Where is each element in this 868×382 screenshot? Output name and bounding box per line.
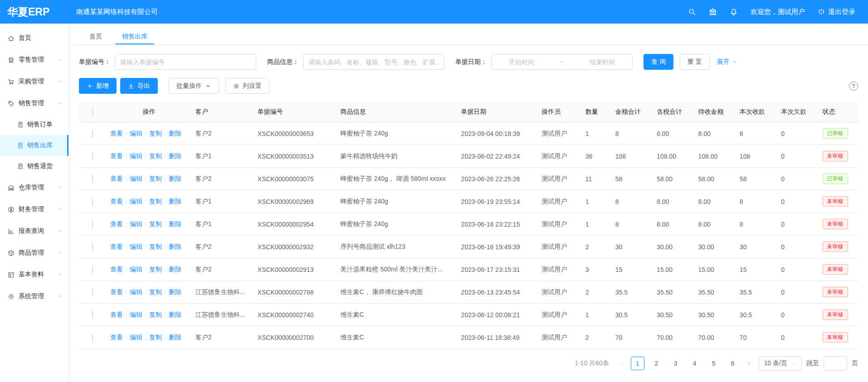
edit-link[interactable]: 编辑 — [130, 175, 142, 182]
bell-icon[interactable] — [730, 8, 738, 16]
edit-link[interactable]: 编辑 — [130, 198, 142, 205]
row-checkbox[interactable] — [92, 266, 93, 274]
delete-link[interactable]: 删除 — [169, 152, 181, 160]
copy-link[interactable]: 复制 — [149, 311, 162, 318]
sidebar-item-system[interactable]: 系统管理 — [0, 285, 68, 307]
edit-link[interactable]: 编辑 — [130, 243, 142, 250]
copy-link[interactable]: 复制 — [149, 198, 162, 205]
view-link[interactable]: 查看 — [110, 243, 123, 250]
cell-debt: 0 — [777, 190, 819, 213]
help-icon[interactable]: ? — [849, 82, 858, 91]
delete-link[interactable]: 删除 — [169, 288, 181, 295]
sidebar-item-home[interactable]: 首页 — [0, 27, 68, 49]
copy-link[interactable]: 复制 — [149, 334, 162, 341]
tab-sales-outbound[interactable]: 销售出库 — [115, 24, 154, 44]
column-settings-button[interactable]: 列设置 — [225, 78, 269, 94]
view-link[interactable]: 查看 — [110, 130, 123, 137]
copy-link[interactable]: 复制 — [149, 175, 162, 182]
cell-customer: 客户2 — [192, 236, 254, 258]
delete-link[interactable]: 删除 — [169, 266, 181, 273]
page-button-5[interactable]: 5 — [707, 357, 721, 370]
delete-link[interactable]: 删除 — [169, 175, 181, 182]
prev-page-button[interactable] — [616, 357, 626, 370]
search-icon[interactable] — [688, 8, 696, 16]
page-button-6[interactable]: 6 — [726, 357, 740, 370]
sidebar-item-sales[interactable]: 销售管理 — [0, 92, 68, 114]
batch-actions-dropdown[interactable]: 批量操作 — [169, 78, 219, 94]
copy-link[interactable]: 复制 — [149, 243, 162, 250]
view-link[interactable]: 查看 — [110, 198, 123, 205]
sidebar-item-sales-order[interactable]: 销售订单 — [0, 114, 68, 135]
edit-link[interactable]: 编辑 — [130, 220, 142, 227]
page-button-3[interactable]: 3 — [669, 357, 683, 370]
view-link[interactable]: 查看 — [110, 334, 123, 341]
doc-icon — [17, 142, 24, 149]
row-checkbox[interactable] — [92, 152, 93, 160]
tab-home[interactable]: 首页 — [83, 24, 109, 44]
sidebar-item-sales-outbound[interactable]: 销售出库 — [0, 135, 68, 156]
edit-link[interactable]: 编辑 — [130, 311, 142, 318]
copy-link[interactable]: 复制 — [149, 220, 162, 227]
row-checkbox[interactable] — [92, 220, 93, 228]
row-checkbox[interactable] — [92, 243, 93, 251]
copy-link[interactable]: 复制 — [149, 130, 162, 137]
row-checkbox[interactable] — [92, 334, 93, 342]
view-link[interactable]: 查看 — [110, 220, 123, 227]
product-info-input[interactable] — [303, 54, 444, 70]
edit-link[interactable]: 编辑 — [130, 288, 142, 295]
sidebar-item-reports[interactable]: 报表查询 — [0, 220, 68, 242]
bank-icon[interactable] — [709, 8, 717, 16]
copy-link[interactable]: 复制 — [149, 288, 162, 295]
outbound-orders-table: 操作客户单据编号商品信息单据日期操作员数量金额合计含税合计待收金额本次收款本次欠… — [79, 102, 858, 349]
reset-button[interactable]: 重 置 — [680, 54, 710, 70]
row-checkbox[interactable] — [92, 175, 93, 183]
date-start-input[interactable] — [496, 58, 547, 66]
delete-link[interactable]: 删除 — [169, 243, 181, 250]
sidebar-item-finance[interactable]: 财务管理 — [0, 198, 68, 220]
view-link[interactable]: 查看 — [110, 311, 123, 318]
select-all-checkbox[interactable] — [92, 108, 93, 116]
jump-page-input[interactable] — [824, 356, 847, 371]
cell-date: 2023-06-13 23:45:54 — [458, 281, 538, 304]
edit-link[interactable]: 编辑 — [130, 130, 142, 137]
next-page-button[interactable] — [744, 357, 754, 370]
edit-link[interactable]: 编辑 — [130, 266, 142, 273]
view-link[interactable]: 查看 — [110, 152, 123, 160]
date-end-input[interactable] — [577, 58, 628, 66]
row-checkbox[interactable] — [92, 130, 93, 138]
export-button[interactable]: 导出 — [120, 78, 158, 94]
copy-link[interactable]: 复制 — [149, 152, 162, 160]
logout-button[interactable]: 退出登录 — [818, 8, 855, 16]
sidebar-item-purchase[interactable]: 采购管理 — [0, 71, 68, 92]
cell-product: 蜂蜜柚子茶 240g — [337, 190, 458, 213]
edit-link[interactable]: 编辑 — [130, 334, 142, 341]
sidebar-item-retail[interactable]: 零售管理 — [0, 49, 68, 71]
row-checkbox[interactable] — [92, 198, 93, 206]
view-link[interactable]: 查看 — [110, 288, 123, 295]
view-link[interactable]: 查看 — [110, 266, 123, 273]
copy-link[interactable]: 复制 — [149, 266, 162, 273]
sidebar-item-warehouse[interactable]: 仓库管理 — [0, 177, 68, 198]
delete-link[interactable]: 删除 — [169, 130, 181, 137]
add-button[interactable]: 新增 — [79, 78, 117, 94]
delete-link[interactable]: 删除 — [169, 220, 181, 227]
edit-link[interactable]: 编辑 — [130, 152, 142, 160]
search-button[interactable]: 查 询 — [644, 54, 673, 70]
cell-tax-total: 70.00 — [653, 326, 694, 349]
sidebar-item-base-data[interactable]: 基本资料 — [0, 264, 68, 285]
sidebar-item-sales-return[interactable]: 销售退货 — [0, 156, 68, 177]
page-button-1[interactable]: 1 — [631, 357, 644, 370]
page-button-4[interactable]: 4 — [688, 357, 702, 370]
bill-no-input[interactable] — [115, 54, 256, 70]
page-button-2[interactable]: 2 — [650, 357, 663, 370]
view-link[interactable]: 查看 — [110, 175, 123, 182]
delete-link[interactable]: 删除 — [169, 311, 181, 318]
delete-link[interactable]: 删除 — [169, 198, 181, 205]
page-size-select[interactable]: 10 条/页 — [759, 356, 802, 371]
row-checkbox[interactable] — [92, 288, 93, 296]
delete-link[interactable]: 删除 — [169, 334, 181, 341]
sidebar-item-goods[interactable]: 商品管理 — [0, 242, 68, 264]
date-range-picker[interactable]: ~ — [491, 54, 633, 70]
expand-link[interactable]: 展开 — [717, 58, 737, 66]
row-checkbox[interactable] — [92, 311, 93, 319]
